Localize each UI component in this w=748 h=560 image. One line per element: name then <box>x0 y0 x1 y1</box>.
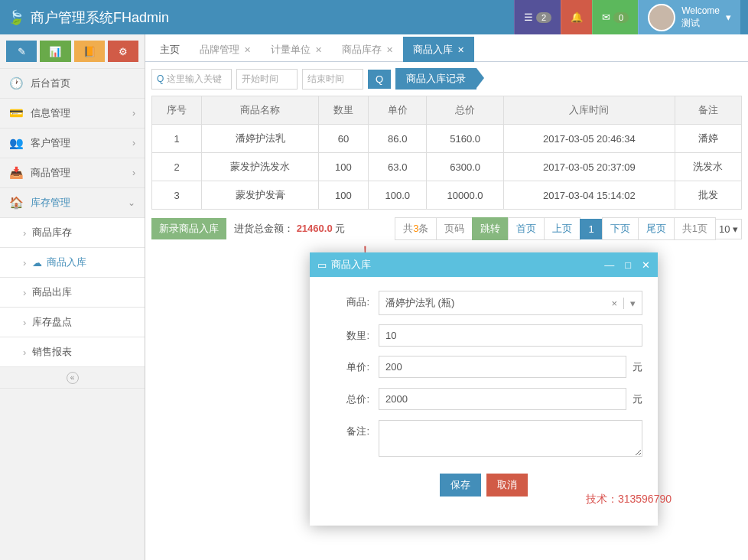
minimize-icon[interactable]: — <box>604 259 614 271</box>
tab-2[interactable]: 计量单位✕ <box>261 37 332 62</box>
caret-down-icon: ▾ <box>726 11 731 23</box>
product-value: 潘婷护法乳 (瓶) <box>385 296 454 310</box>
product-select[interactable]: 潘婷护法乳 (瓶) ×▾ <box>379 291 642 315</box>
welcome-label: Welcome <box>681 5 720 18</box>
label-qty: 数里: <box>325 324 379 343</box>
tech-note: 技术：313596790 <box>586 493 672 506</box>
save-button[interactable]: 保存 <box>440 474 481 497</box>
sidebar-subitem-1[interactable]: ☁商品入库 <box>0 248 145 278</box>
table-row[interactable]: 1潘婷护法乳6086.05160.02017-03-05 20:46:34潘婷 <box>152 125 742 153</box>
action-settings[interactable]: ⚙ <box>108 41 138 62</box>
tab-bar: 主页品牌管理✕计量单位✕商品库存✕商品入库✕ <box>145 34 748 62</box>
page-last[interactable]: 尾页 <box>638 217 675 240</box>
tab-1[interactable]: 品牌管理✕ <box>190 37 261 62</box>
bars-icon: 📊 <box>49 46 61 57</box>
start-date-input[interactable]: 开始时间 <box>236 69 298 90</box>
avatar <box>648 4 675 31</box>
total-unit: 元 <box>626 388 642 411</box>
sidebar-subitem-4[interactable]: 销售报表 <box>0 337 145 367</box>
sidebar-subitem-3[interactable]: 库存盘点 <box>0 308 145 337</box>
sidebar-subitem-2[interactable]: 商品出库 <box>0 278 145 308</box>
data-table: 序号商品名称数里单价总价入库时间备注 1潘婷护法乳6086.05160.0201… <box>151 96 742 210</box>
tasks-button[interactable]: ☰ 2 <box>514 0 561 34</box>
sidebar-item-2[interactable]: 👥客户管理› <box>0 129 145 158</box>
dialog-header[interactable]: ▭ 商品入库 — □ ✕ <box>310 252 658 277</box>
user-menu[interactable]: Welcome 测试 ▾ <box>638 0 740 34</box>
tab-0[interactable]: 主页 <box>150 37 190 62</box>
dialog: ▭ 商品入库 — □ ✕ 商品: 潘婷护法乳 (瓶) ×▾ 数里: <box>310 252 658 526</box>
table-header: 单价 <box>369 96 427 125</box>
nav-icon: 📥 <box>9 166 24 180</box>
cancel-button[interactable]: 取消 <box>486 474 528 497</box>
search-icon: Q <box>376 73 383 85</box>
end-date-input[interactable]: 结束时间 <box>302 69 363 90</box>
qty-input[interactable] <box>379 324 642 347</box>
mail-icon: ✉ <box>602 11 610 23</box>
app-header: 🍃 商户管理系统FHadmin ☰ 2 🔔 ✉ 0 Welcome 测试 ▾ <box>0 0 748 34</box>
close-icon[interactable]: ✕ <box>642 259 650 271</box>
label-total: 总价: <box>325 388 379 406</box>
records-button[interactable]: 商品入库记录 <box>395 68 476 90</box>
page-total: 共3条 <box>395 217 437 240</box>
page-prev[interactable]: 上页 <box>544 217 581 240</box>
maximize-icon[interactable]: □ <box>625 259 631 271</box>
dialog-title: 商品入库 <box>331 258 371 272</box>
side-nav: 🕐后台首页💳信息管理›👥客户管理›📥商品管理›🏠库存管理⌄商品库存☁商品入库商品… <box>0 69 145 367</box>
book-icon: 📙 <box>83 46 96 57</box>
search-input[interactable]: Q 这里输入关键 <box>151 69 232 90</box>
toolbar: Q 这里输入关键 开始时间 结束时间 Q 商品入库记录 <box>145 62 748 96</box>
welcome-block: Welcome 测试 <box>681 5 720 29</box>
tab-4[interactable]: 商品入库✕ <box>403 37 474 62</box>
close-icon[interactable]: ✕ <box>244 45 251 55</box>
sidebar: ✎ 📊 📙 ⚙ 🕐后台首页💳信息管理›👥客户管理›📥商品管理›🏠库存管理⌄商品库… <box>0 34 145 560</box>
sidebar-subitem-0[interactable]: 商品库存 <box>0 218 145 248</box>
total-input[interactable] <box>379 388 626 410</box>
table-header: 序号 <box>152 96 202 125</box>
price-input[interactable] <box>379 356 626 378</box>
mail-button[interactable]: ✉ 0 <box>592 0 638 34</box>
search-button[interactable]: Q <box>368 70 391 89</box>
sidebar-item-4[interactable]: 🏠库存管理⌄ <box>0 188 145 218</box>
new-record-button[interactable]: 新录商品入库 <box>151 218 226 239</box>
chevron-right-icon: › <box>132 138 135 148</box>
dialog-body: 商品: 潘婷护法乳 (瓶) ×▾ 数里: 单价: 元 总价: <box>310 277 658 526</box>
caret-down-icon: ▾ <box>623 298 636 309</box>
mail-badge: 0 <box>613 12 629 23</box>
sidebar-item-3[interactable]: 📥商品管理› <box>0 158 145 188</box>
page-input[interactable]: 页码 <box>436 217 473 240</box>
window-icon: ▭ <box>317 259 327 271</box>
pagination: 共3条 页码 跳转 首页 上页 1 下页 尾页 共1页 10 ▾ <box>395 217 742 240</box>
page-first[interactable]: 首页 <box>508 217 545 240</box>
search-placeholder: 这里输入关键 <box>167 73 222 86</box>
table-header: 备注 <box>675 96 741 125</box>
label-price: 单价: <box>325 356 379 374</box>
close-icon[interactable]: ✕ <box>315 45 322 55</box>
search-icon: Q <box>157 73 164 84</box>
table-row[interactable]: 3蒙发护发膏100100.010000.02017-03-04 15:14:02… <box>152 181 742 210</box>
notifications-button[interactable]: 🔔 <box>561 0 592 34</box>
close-icon[interactable]: ✕ <box>386 45 393 55</box>
tasks-icon: ☰ <box>524 11 533 23</box>
amount-value: 21460.0 <box>297 223 333 234</box>
page-current[interactable]: 1 <box>580 219 602 239</box>
remark-input[interactable] <box>379 420 642 457</box>
page-next[interactable]: 下页 <box>602 217 639 240</box>
table-header: 商品名称 <box>202 96 318 125</box>
close-icon[interactable]: ✕ <box>457 45 464 55</box>
action-book[interactable]: 📙 <box>74 41 105 62</box>
sidebar-collapse[interactable]: « <box>0 367 145 389</box>
label-remark: 备注: <box>325 420 379 438</box>
action-stats[interactable]: 📊 <box>40 41 70 62</box>
page-jump[interactable]: 跳转 <box>472 217 509 240</box>
table-row[interactable]: 2蒙发护洗发水10063.06300.02017-03-05 20:37:09洗… <box>152 153 742 181</box>
sidebar-item-0[interactable]: 🕐后台首页 <box>0 69 145 99</box>
chevron-right-icon: › <box>132 108 135 119</box>
table-header: 入库时间 <box>503 96 675 125</box>
action-edit[interactable]: ✎ <box>6 41 37 62</box>
clear-icon[interactable]: × <box>611 298 617 309</box>
tab-3[interactable]: 商品库存✕ <box>332 37 403 62</box>
collapse-icon: « <box>67 372 79 384</box>
leaf-icon: 🍃 <box>8 9 24 26</box>
sidebar-item-1[interactable]: 💳信息管理› <box>0 99 145 129</box>
page-size-select[interactable]: 10 ▾ <box>715 219 742 239</box>
